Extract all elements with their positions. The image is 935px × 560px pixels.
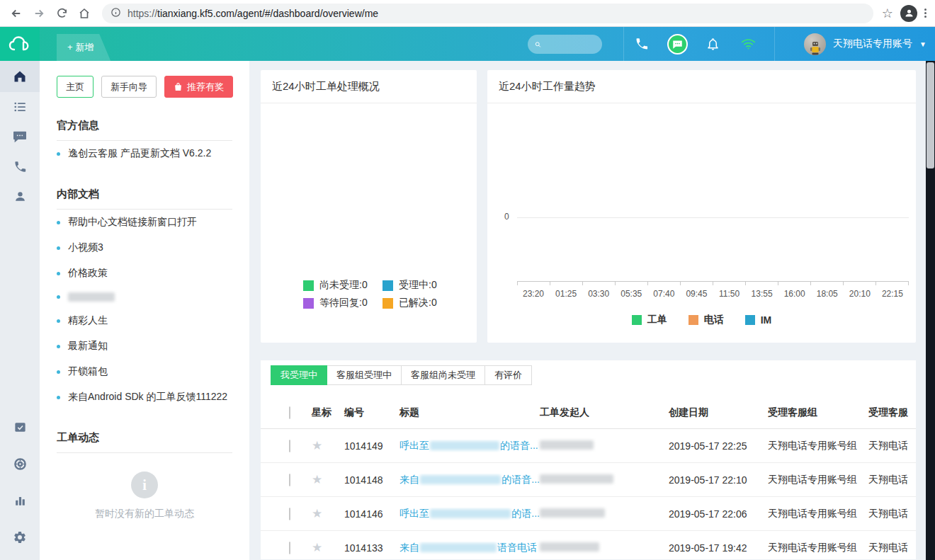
legend-item[interactable]: 等待回复:0 — [303, 297, 382, 309]
legend-item[interactable]: 受理中:0 — [382, 279, 437, 292]
url-path: tianxiang.kf5.com/agent/#/dashboard/over… — [157, 8, 378, 19]
chrome-right-controls: ☆ — [882, 5, 928, 22]
url-scheme: https:// — [128, 8, 157, 19]
select-all-checkbox[interactable] — [289, 406, 290, 419]
star-icon[interactable]: ★ — [312, 540, 344, 555]
info-icon: i — [131, 472, 158, 498]
chevron-down-icon: ▼ — [919, 40, 926, 48]
sidebar-item-ticket-list[interactable] — [0, 92, 40, 122]
chrome-profile-icon[interactable] — [900, 5, 917, 22]
clipboard-check-icon — [13, 421, 27, 434]
sidebar-item-reports[interactable] — [0, 482, 40, 519]
legend-item[interactable]: IM — [745, 314, 772, 326]
page-info-icon[interactable] — [110, 7, 121, 20]
legend-item[interactable]: 尚未受理:0 — [303, 279, 382, 292]
table-row: ★ 1014133 来自语音电话 2019-05-17 19:42 天翔电话专用… — [261, 531, 916, 559]
new-ticket-button[interactable]: + 新增 — [57, 34, 110, 61]
created-date: 2019-05-17 22:10 — [669, 474, 768, 486]
doc-link[interactable]: 精彩人生 — [57, 308, 232, 333]
sidebar-item-support[interactable] — [0, 445, 40, 482]
section-title-official: 官方信息 — [57, 119, 232, 141]
legend-item[interactable]: 已解决:0 — [382, 297, 437, 309]
legend-item[interactable]: 电话 — [688, 314, 724, 326]
table-row: ★ 1014148 来自的语音... 2019-05-17 22:10 天翔电话… — [261, 463, 916, 497]
sidebar-item-settings[interactable] — [0, 519, 40, 556]
ticket-title-link[interactable]: 来自语音电话 — [400, 542, 540, 554]
legend-label: 受理中:0 — [399, 279, 437, 292]
requester-redacted — [540, 508, 605, 518]
url-bar[interactable]: https://tianxiang.kf5.com/agent/#/dashbo… — [102, 4, 873, 23]
search-input[interactable] — [545, 39, 595, 50]
forward-icon[interactable] — [30, 4, 48, 23]
refresh-icon[interactable] — [52, 4, 71, 23]
kf5-logo[interactable] — [0, 27, 40, 61]
title-text: 呼出至 — [400, 440, 429, 452]
bookmark-star-icon[interactable]: ☆ — [882, 6, 893, 21]
home-page-label: 主页 — [66, 81, 84, 93]
header-search[interactable] — [528, 35, 602, 54]
legend-label: 等待回复:0 — [319, 297, 368, 309]
page-scrollbar[interactable] — [926, 61, 935, 560]
legend-item[interactable]: 工单 — [632, 314, 667, 326]
star-icon[interactable]: ★ — [312, 506, 344, 521]
tab-group-pending[interactable]: 客服组尚未受理 — [401, 365, 485, 385]
wizard-button[interactable]: 新手向导 — [101, 76, 157, 98]
sidebar-item-im[interactable] — [0, 122, 40, 152]
row-checkbox[interactable] — [289, 508, 290, 520]
network-status-icon[interactable] — [732, 27, 764, 61]
row-checkbox[interactable] — [289, 440, 290, 452]
home-page-button[interactable]: 主页 — [57, 76, 94, 98]
doc-link-redacted[interactable] — [57, 286, 232, 308]
x-axis — [517, 281, 909, 285]
x-tick-label: 18:05 — [811, 289, 844, 299]
row-checkbox[interactable] — [289, 474, 290, 486]
column-agent: 受理客服 — [868, 406, 916, 419]
doc-link[interactable]: 价格政策 — [57, 261, 232, 286]
left-panel: 主页 新手向导 推荐有奖 官方信息 逸创云客服 产品更新文档 V6.2.2 内部… — [40, 61, 249, 560]
agent-name: 天翔电话 — [868, 542, 916, 554]
back-icon[interactable] — [7, 4, 26, 23]
doc-link[interactable]: 帮助中心文档链接新窗口打开 — [57, 210, 232, 235]
bullet-dot — [57, 221, 60, 224]
tab-my-handling[interactable]: 我受理中 — [271, 365, 327, 385]
chrome-menu-icon[interactable] — [924, 8, 926, 18]
person-icon — [13, 190, 27, 203]
sidebar-item-tasks[interactable] — [0, 408, 40, 445]
requester-redacted — [540, 474, 613, 484]
row-checkbox[interactable] — [289, 542, 290, 554]
doc-link[interactable]: 开锁箱包 — [57, 359, 232, 384]
star-icon[interactable]: ★ — [312, 472, 344, 487]
url-text: https://tianxiang.kf5.com/agent/#/dashbo… — [128, 8, 378, 19]
phone-icon[interactable] — [626, 27, 657, 61]
im-chat-icon[interactable] — [662, 27, 693, 61]
tab-group-handling[interactable]: 客服组受理中 — [327, 365, 402, 385]
doc-link[interactable]: 逸创云客服 产品更新文档 V6.2.2 — [57, 141, 232, 166]
doc-link-label: 价格政策 — [68, 267, 108, 280]
sidebar-item-home[interactable] — [0, 61, 40, 92]
star-icon[interactable]: ★ — [312, 438, 344, 453]
doc-link[interactable]: 小视频3 — [57, 235, 232, 261]
legend-swatch — [303, 298, 314, 309]
account-menu[interactable]: 天翔电话专用账号 ▼ — [804, 27, 926, 61]
x-axis-labels: 23:20 01:25 03:30 05:35 07:40 09:45 11:5… — [517, 289, 909, 299]
sidebar-item-customers[interactable] — [0, 181, 40, 211]
doc-link[interactable]: 最新通知 — [57, 333, 232, 359]
browser-home-icon[interactable] — [75, 4, 94, 23]
main-content: 近24小时工单处理概况 尚未受理:0 受理中:0 等待回复:0 已解决:0 近2… — [249, 61, 935, 560]
scrollbar-thumb[interactable] — [926, 62, 934, 168]
ticket-title-link[interactable]: 呼出至的语音... — [400, 440, 540, 452]
ticket-title-link[interactable]: 呼出至的语... — [400, 508, 540, 520]
created-date: 2019-05-17 22:06 — [669, 508, 768, 520]
activity-empty-text: 暂时没有新的工单动态 — [57, 508, 232, 520]
redacted-text — [430, 509, 511, 518]
legend-swatch — [303, 280, 314, 291]
ticket-id: 1014149 — [344, 440, 400, 452]
sidebar-item-call[interactable] — [0, 152, 40, 181]
ticket-title-link[interactable]: 来自的语音... — [400, 474, 540, 486]
referral-button[interactable]: 推荐有奖 — [164, 76, 233, 98]
title-text: 的语音... — [500, 440, 538, 452]
doc-link[interactable]: 来自Android SDk 的工单反馈111222 — [57, 384, 232, 410]
notification-bell-icon[interactable] — [697, 27, 728, 61]
browser-toolbar: https://tianxiang.kf5.com/agent/#/dashbo… — [0, 0, 935, 27]
tab-rated[interactable]: 有评价 — [484, 365, 532, 385]
